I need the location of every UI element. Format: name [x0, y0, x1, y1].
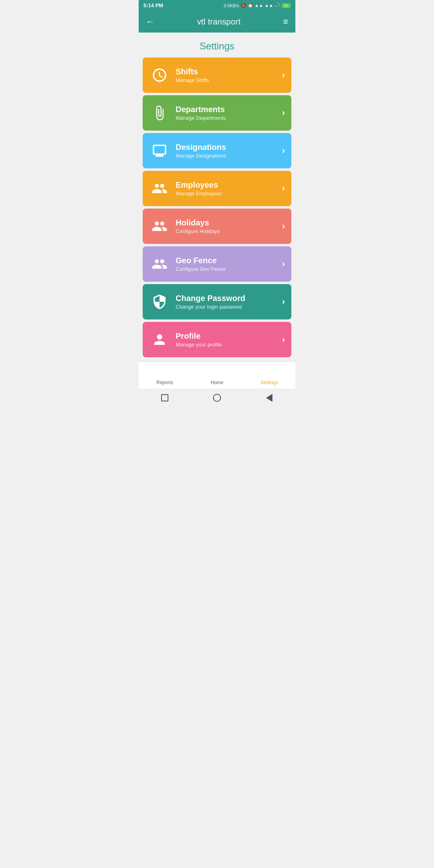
status-right: 0.5KB/s 🔕 ⏰ ▲▲ ▲▲ 🔊 55: [224, 3, 291, 8]
chevron-icon-profile: ›: [282, 334, 285, 345]
paperclip-icon: [149, 102, 170, 123]
menu-item-text-changepassword: Change Password Change your login passwo…: [170, 294, 282, 310]
menu-button[interactable]: ≡: [283, 16, 288, 27]
status-icons: 🔕 ⏰ ▲▲ ▲▲ 🔊: [241, 3, 280, 8]
menu-item-subtitle-designations: Manage Designations: [176, 153, 282, 159]
shield-icon: [149, 291, 170, 312]
menu-item-holidays[interactable]: Holidays Configure Holidays ›: [143, 209, 291, 244]
nav-item-label-home: Home: [211, 380, 223, 385]
page-title: Settings: [139, 33, 295, 57]
app-title: vtl transport: [197, 17, 240, 27]
nav-item-label-reports: Reports: [156, 380, 173, 385]
menu-item-title-changepassword: Change Password: [176, 294, 282, 303]
menu-item-title-holidays: Holidays: [176, 218, 282, 227]
menu-item-geofence[interactable]: Geo Fence Configure Geo Fence ›: [143, 246, 291, 282]
menu-item-designations[interactable]: Designations Manage Designations ›: [143, 133, 291, 168]
menu-item-text-holidays: Holidays Configure Holidays: [170, 218, 282, 234]
battery-icon: 55: [282, 3, 291, 8]
nav-item-settings[interactable]: Settings: [243, 366, 295, 385]
status-time: 5:14 PM: [143, 2, 163, 8]
chevron-icon-departments: ›: [282, 108, 285, 118]
monitor-icon: [149, 140, 170, 161]
menu-item-text-designations: Designations Manage Designations: [170, 143, 282, 159]
status-bar: 5:14 PM 0.5KB/s 🔕 ⏰ ▲▲ ▲▲ 🔊 55: [139, 0, 295, 11]
chevron-icon-designations: ›: [282, 145, 285, 156]
chevron-icon-shifts: ›: [282, 70, 285, 80]
person-icon: [149, 329, 170, 350]
menu-list: Shifts Manage Shifts › Departments Manag…: [139, 57, 295, 361]
nav-item-home[interactable]: Home: [191, 366, 243, 385]
menu-item-subtitle-profile: Manage your profile: [176, 342, 282, 348]
system-nav: [139, 389, 295, 409]
menu-item-text-profile: Profile Manage your profile: [170, 332, 282, 348]
home-button[interactable]: [213, 393, 221, 402]
people2-icon: [149, 216, 170, 237]
menu-item-departments[interactable]: Departments Manage Departments ›: [143, 95, 291, 131]
menu-item-title-geofence: Geo Fence: [176, 256, 282, 265]
clock-icon: [149, 65, 170, 86]
chevron-icon-changepassword: ›: [282, 297, 285, 307]
menu-item-subtitle-employees: Manage Employees: [176, 190, 282, 197]
back-button[interactable]: ←: [146, 16, 155, 27]
back-sys-button[interactable]: [265, 393, 274, 402]
menu-item-subtitle-changepassword: Change your login password: [176, 304, 282, 310]
status-speed: 0.5KB/s: [224, 3, 240, 8]
menu-item-title-shifts: Shifts: [176, 67, 282, 76]
chevron-icon-employees: ›: [282, 183, 285, 194]
menu-item-text-employees: Employees Manage Employees: [170, 180, 282, 197]
chevron-icon-holidays: ›: [282, 221, 285, 231]
people-icon: [149, 178, 170, 199]
menu-item-employees[interactable]: Employees Manage Employees ›: [143, 171, 291, 206]
menu-item-shifts[interactable]: Shifts Manage Shifts ›: [143, 57, 291, 93]
menu-item-text-departments: Departments Manage Departments: [170, 105, 282, 121]
menu-item-subtitle-shifts: Manage Shifts: [176, 77, 282, 83]
recent-apps-button[interactable]: [160, 393, 169, 402]
nav-item-reports[interactable]: Reports: [139, 366, 191, 385]
people3-icon: [149, 254, 170, 274]
menu-item-text-geofence: Geo Fence Configure Geo Fence: [170, 256, 282, 272]
nav-item-label-settings: Settings: [260, 380, 278, 385]
chevron-icon-geofence: ›: [282, 259, 285, 269]
menu-item-subtitle-geofence: Configure Geo Fence: [176, 266, 282, 272]
menu-item-title-designations: Designations: [176, 143, 282, 152]
menu-item-title-departments: Departments: [176, 105, 282, 114]
menu-item-title-profile: Profile: [176, 332, 282, 341]
menu-item-profile[interactable]: Profile Manage your profile ›: [143, 322, 291, 357]
bottom-nav: Reports Home Settings: [139, 361, 295, 389]
menu-item-subtitle-departments: Manage Departments: [176, 115, 282, 121]
menu-item-title-employees: Employees: [176, 180, 282, 190]
menu-item-changepassword[interactable]: Change Password Change your login passwo…: [143, 284, 291, 319]
app-bar: ← vtl transport ≡: [139, 11, 295, 33]
menu-item-text-shifts: Shifts Manage Shifts: [170, 67, 282, 83]
menu-item-subtitle-holidays: Configure Holidays: [176, 228, 282, 234]
